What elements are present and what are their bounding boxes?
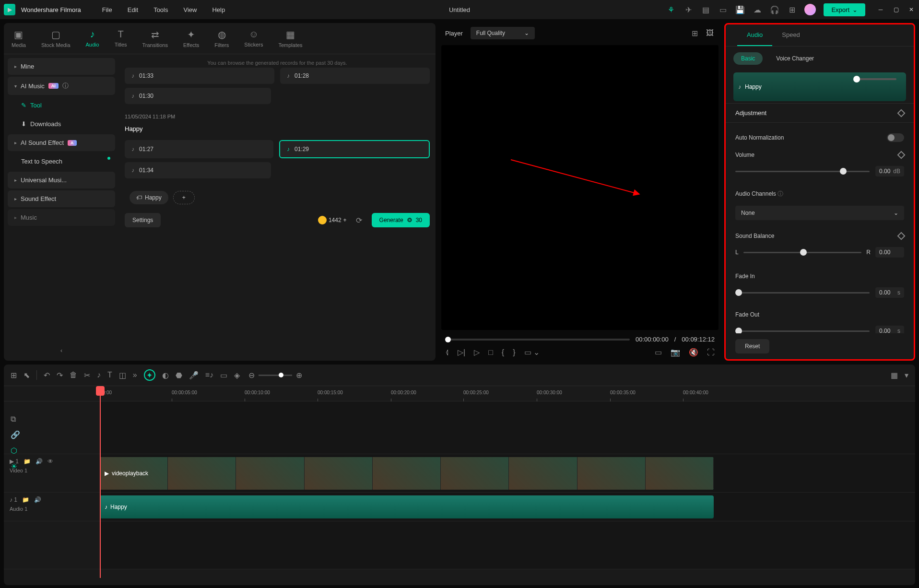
settings-button[interactable]: Settings (125, 213, 161, 227)
apps-icon[interactable]: ⊞ (787, 5, 797, 14)
mute-track-icon[interactable]: 🔊 (34, 496, 41, 503)
menu-edit[interactable]: Edit (128, 6, 138, 13)
undo-button[interactable]: ↶ (44, 371, 50, 380)
audio-clip[interactable]: ♪01:33 (125, 68, 274, 84)
export-button[interactable]: Export⌄ (824, 3, 865, 16)
sidebar-tool[interactable]: ✎Tool (8, 97, 115, 114)
channels-dropdown[interactable]: None⌄ (735, 206, 904, 220)
tab-media[interactable]: ▣Media (12, 29, 26, 48)
redo-button[interactable]: ↷ (57, 371, 63, 380)
zoom-slider[interactable] (259, 375, 292, 376)
color-tool[interactable]: ◐ (162, 371, 169, 380)
avatar-icon[interactable] (804, 4, 816, 15)
playhead[interactable] (100, 386, 101, 578)
delete-button[interactable]: 🗑 (70, 371, 77, 379)
menu-help[interactable]: Help (212, 6, 225, 13)
subtab-basic[interactable]: Basic (733, 52, 763, 65)
sidebar-sound-effect[interactable]: ▸Sound Effect (8, 190, 115, 207)
library-icon[interactable]: ▤ (701, 5, 710, 14)
credits-display[interactable]: 1442 + (318, 216, 347, 224)
display-icon[interactable]: ▭ (655, 348, 662, 357)
balance-keyframe-button[interactable] (897, 232, 906, 240)
folder-icon[interactable]: 📁 (24, 458, 31, 465)
ai-tool[interactable]: ✦ (144, 369, 155, 381)
audio-clip[interactable]: ♪01:27 (125, 140, 273, 158)
visibility-icon[interactable]: 👁 (47, 458, 53, 465)
zoom-out-button[interactable]: ⊖ (248, 371, 255, 380)
fade-out-value[interactable]: 0.00s (875, 326, 904, 333)
sidebar-universal-music[interactable]: ▸Universal Musi... (8, 172, 115, 188)
auto-normalize-toggle[interactable] (887, 133, 904, 142)
play-in-button[interactable]: ▷| (458, 348, 465, 357)
tab-templates[interactable]: ▦Templates (278, 29, 302, 48)
volume-value[interactable]: 0.00dB (875, 166, 904, 176)
zoom-in-button[interactable]: ⊕ (296, 371, 302, 380)
sidebar-text-to-speech[interactable]: Text to Speech (8, 153, 115, 170)
scrub-slider[interactable] (445, 339, 630, 341)
mic-tool[interactable]: 🎤 (189, 371, 199, 380)
fade-out-slider[interactable] (735, 330, 870, 332)
audio-clip[interactable]: ♪01:28 (280, 68, 430, 84)
selection-tool[interactable]: ⊞ (11, 371, 17, 380)
timeline-view-button[interactable]: ▦ (891, 371, 898, 380)
generate-button[interactable]: Generate ❂ 30 (372, 213, 430, 227)
ratio-dropdown[interactable]: ▭ ⌄ (524, 348, 540, 357)
keyframe-tool[interactable]: ◈ (234, 371, 240, 380)
pointer-tool[interactable]: ⬉ (24, 371, 30, 380)
monitor-icon[interactable]: ▭ (718, 5, 728, 14)
split-button[interactable]: ✂ (84, 371, 90, 380)
add-tag-button[interactable]: + (173, 191, 195, 204)
refresh-icon[interactable]: ⟳ (354, 215, 364, 225)
add-credits-icon[interactable]: + (343, 217, 347, 223)
keyframe-button[interactable] (897, 109, 906, 117)
grid-view-icon[interactable]: ⊞ (690, 28, 699, 38)
mark-out-button[interactable]: } (513, 348, 515, 357)
send-icon[interactable]: ✈ (683, 5, 693, 14)
tag-happy[interactable]: 🏷Happy (130, 191, 168, 204)
play-button[interactable]: ▷ (474, 348, 480, 357)
tab-stock-media[interactable]: ▢Stock Media (41, 29, 71, 48)
marker-tool[interactable]: ⬣ (176, 371, 182, 380)
mute-button[interactable]: 🔇 (689, 348, 698, 357)
audio-clip[interactable]: ♪01:34 (125, 162, 271, 178)
prev-frame-button[interactable]: ⦉ (445, 348, 449, 357)
headphones-icon[interactable]: 🎧 (770, 5, 779, 14)
more-tools[interactable]: » (133, 371, 137, 379)
audio-clip-selected[interactable]: ♪01:29 (279, 140, 430, 158)
volume-keyframe-button[interactable] (897, 151, 906, 159)
mark-in-button[interactable]: { (502, 348, 504, 357)
waveform-zoom-slider[interactable] (853, 78, 896, 80)
menu-file[interactable]: File (102, 6, 112, 13)
balance-value[interactable]: 0.00 (875, 247, 904, 258)
timeline-ruler[interactable]: 00:00 00:00:05:00 00:00:10:00 00:00:15:0… (4, 386, 915, 401)
crop-tool[interactable]: ◫ (119, 371, 126, 380)
save-icon[interactable]: 💾 (735, 5, 745, 14)
menu-view[interactable]: View (183, 6, 197, 13)
record-tool[interactable]: ▭ (220, 371, 227, 380)
sidebar-mine[interactable]: ▸Mine (8, 58, 115, 75)
tab-speed-props[interactable]: Speed (772, 24, 810, 46)
quality-dropdown[interactable]: Full Quality⌄ (471, 27, 535, 39)
tab-titles[interactable]: TTitles (115, 29, 127, 48)
stop-button[interactable]: □ (488, 348, 493, 357)
tab-stickers[interactable]: ☺Stickers (244, 29, 263, 48)
reset-button[interactable]: Reset (735, 339, 769, 353)
sidebar-ai-sound-effect[interactable]: ▸AI Sound EffectA (8, 134, 115, 151)
volume-slider[interactable] (735, 171, 870, 172)
snapshot-button[interactable]: 📷 (671, 348, 680, 357)
audio-tool[interactable]: ♪ (97, 371, 101, 379)
video-preview[interactable] (441, 45, 719, 330)
sidebar-downloads[interactable]: ⬇Downloads (8, 116, 115, 132)
tab-audio-props[interactable]: Audio (737, 24, 772, 46)
maximize-button[interactable]: ▢ (892, 6, 900, 13)
video-clip[interactable]: ▶videoplayback (100, 457, 714, 490)
tab-transitions[interactable]: ⇄Transitions (142, 29, 168, 48)
gift-icon[interactable]: ⚘ (666, 5, 676, 14)
fullscreen-button[interactable]: ⛶ (707, 348, 715, 357)
cloud-icon[interactable]: ☁ (753, 5, 762, 14)
mute-track-icon[interactable]: 🔊 (35, 458, 43, 465)
fade-in-slider[interactable] (735, 292, 870, 294)
sidebar-music[interactable]: ▸Music (8, 209, 115, 226)
tab-filters[interactable]: ◍Filters (214, 29, 229, 48)
collapse-sidebar-button[interactable]: ‹ (58, 344, 65, 357)
